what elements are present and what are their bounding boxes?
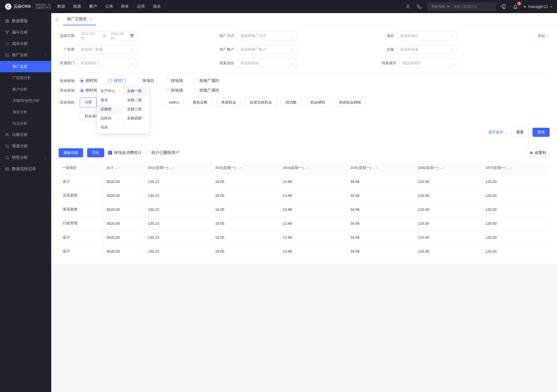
metric-revisit[interactable]: 回访数 bbox=[281, 98, 302, 107]
table-cell: 120.00 bbox=[482, 230, 550, 244]
user-icon[interactable] bbox=[405, 3, 411, 10]
project-select[interactable]: 请选择项目⌄ bbox=[397, 31, 457, 40]
sidebar-item-dashboard[interactable]: 数据看版 bbox=[0, 15, 51, 27]
cash-checkbox[interactable]: ✓按现金消费统计 bbox=[108, 150, 142, 155]
search-type-select[interactable]: 手机号码 bbox=[428, 4, 450, 9]
h-axis-region[interactable]: 按地域 bbox=[165, 78, 183, 83]
sidebar-item-promotion[interactable]: 推广分析⌃ bbox=[0, 49, 51, 61]
province-select[interactable]: 请选择省份⌄ bbox=[237, 59, 297, 68]
table-cell: 13.89 bbox=[279, 230, 347, 244]
search-box[interactable]: 手机号码 | bbox=[427, 2, 496, 11]
nav-ops[interactable]: 运营 bbox=[137, 4, 145, 9]
table-row[interactable]: 会计5620.00130.2318.0513.8934.56120.00120.… bbox=[59, 175, 550, 189]
search-input[interactable] bbox=[452, 5, 498, 9]
col-d6[interactable]: 3/07(星期一)▲▼ bbox=[482, 161, 550, 175]
settings-button[interactable]: ⚙设置列 bbox=[526, 148, 550, 157]
reset-button[interactable]: 重置 bbox=[511, 128, 529, 137]
v-axis-time[interactable]: 按时间 bbox=[80, 88, 97, 93]
cascade-item[interactable]: 采购四部 bbox=[124, 114, 150, 123]
table-row[interactable]: 行政管理5620.00130.2318.0513.8934.56120.0012… bbox=[59, 216, 550, 230]
mobile-icon[interactable] bbox=[501, 3, 507, 10]
hamburger-icon[interactable]: ☰ bbox=[51, 17, 63, 22]
table-panel: 横纵切换 导出 ✓按现金消费统计 统计已删除用户 ⚙设置列 一级项目 合计▲▼ … bbox=[51, 143, 557, 264]
dept-select[interactable]: 请选择部门⌄ bbox=[77, 59, 137, 68]
h-axis-dept[interactable]: 按部门 bbox=[108, 78, 126, 83]
nav-public[interactable]: 公海 bbox=[105, 4, 113, 9]
col-d3[interactable]: 3/04(星期一)▲▼ bbox=[279, 161, 347, 175]
phone-icon[interactable] bbox=[416, 3, 422, 10]
method-label: 推广方式 bbox=[218, 33, 234, 38]
date-range-input[interactable]: 2021-03-02 至 2021-03-16 📅 bbox=[77, 31, 137, 40]
col-d1[interactable]: 3/02(星期一)▲▼ bbox=[144, 161, 212, 175]
nav-signup[interactable]: 报名 bbox=[153, 4, 161, 9]
sidebar-item-sales[interactable]: 销售分析⌄ bbox=[0, 152, 51, 163]
logo[interactable]: C 云朵CRM 教育机构一站式服务云平台 bbox=[5, 3, 51, 10]
deleted-checkbox[interactable]: 统计已删除用户 bbox=[146, 150, 179, 155]
v-axis-attr[interactable]: 按推广属性 bbox=[194, 88, 219, 93]
sidebar-item-visitor[interactable]: 访客分析 bbox=[0, 129, 51, 141]
h-axis-time[interactable]: 按时间 bbox=[80, 78, 97, 83]
sidebar-item-cost[interactable]: 成本分析 bbox=[0, 38, 51, 49]
tab-overview[interactable]: 推广总预览 ✕ bbox=[63, 13, 96, 25]
account-select[interactable]: 请选择推广账户⌄ bbox=[237, 45, 297, 54]
collapse-link[interactable]: 收起⌄ bbox=[538, 33, 550, 38]
metric-invalid[interactable]: 反馈无效机会 bbox=[245, 98, 277, 107]
svg-rect-16 bbox=[6, 168, 9, 171]
nav-leads[interactable]: 线索 bbox=[73, 4, 81, 9]
expand-link[interactable]: 展开条件⌄ bbox=[488, 130, 507, 135]
h-axis-attr[interactable]: 按推广属性 bbox=[194, 78, 219, 83]
device-select[interactable]: 请选择设备⌄ bbox=[397, 45, 457, 54]
metric-arpu[interactable]: ARPU bbox=[164, 98, 184, 107]
sidebar-sub-advertiser[interactable]: 广告商分析 bbox=[0, 72, 51, 84]
advertiser-select[interactable]: 请选择广告商⌄ bbox=[77, 45, 137, 54]
toggle-button[interactable]: 横纵切换 bbox=[59, 148, 83, 157]
sidebar-sub-keyword[interactable]: 关键词/创意分析 bbox=[0, 95, 51, 106]
cascade-item[interactable]: 采购一部 bbox=[124, 86, 150, 96]
sidebar-sub-overview[interactable]: 推广总览 bbox=[0, 61, 51, 72]
query-button[interactable]: 查询 bbox=[533, 128, 550, 137]
cascade-item[interactable]: 采购二部 bbox=[124, 96, 150, 105]
nav-customers[interactable]: 客户 bbox=[89, 4, 97, 9]
metric-conv[interactable]: 机会销转 bbox=[306, 98, 330, 107]
nav-finance[interactable]: 财务 bbox=[121, 4, 129, 9]
city-select[interactable]: 请选择城市⌄ bbox=[399, 59, 459, 68]
sidebar-sub-site[interactable]: 站点分析 bbox=[0, 118, 51, 129]
table-cell: 5620.00 bbox=[103, 189, 144, 203]
table-cell: 130.23 bbox=[144, 203, 212, 216]
metric-spend[interactable]: 消费 bbox=[80, 98, 97, 107]
cascade-item[interactable]: 生产中心› bbox=[97, 86, 123, 96]
col-d2[interactable]: 3/03(星期一)▲▼ bbox=[212, 161, 279, 175]
col-total[interactable]: 合计▲▼ bbox=[103, 161, 144, 175]
cascade-item[interactable]: 采购三部 bbox=[124, 105, 150, 114]
table-row[interactable]: 英语老师5620.00130.2318.0513.8934.56120.0012… bbox=[59, 203, 550, 216]
sidebar-item-flow[interactable]: 数据流转记录 bbox=[0, 163, 51, 175]
table-cell: 5620.00 bbox=[103, 175, 144, 189]
export-button[interactable]: 导出 bbox=[87, 148, 104, 157]
v-axis-region[interactable]: 按地域 bbox=[165, 88, 183, 93]
table-row[interactable]: 汉语老师5620.00130.2318.0513.8934.56120.0012… bbox=[59, 189, 550, 203]
user-menu[interactable]: manager11 ▾ bbox=[524, 4, 552, 9]
method-select[interactable]: 请选择推广方式⌄ bbox=[237, 31, 297, 40]
metric-newopp[interactable]: 新机会数 bbox=[188, 98, 212, 107]
cascade-item[interactable]: 总经办› bbox=[97, 114, 123, 123]
table-row[interactable]: 会计5620.00130.2318.0513.8934.56120.00120.… bbox=[59, 244, 550, 258]
h-axis-project[interactable]: 按项目 bbox=[137, 78, 154, 83]
table-cell: 会计 bbox=[59, 244, 103, 258]
sidebar-sub-account[interactable]: 账户分析 bbox=[0, 84, 51, 95]
nav-data[interactable]: 数据 bbox=[57, 4, 65, 9]
table-row[interactable]: 会计5620.00130.2318.0513.8934.56120.00120.… bbox=[59, 230, 550, 244]
metric-validopp[interactable]: 有效机会 bbox=[216, 98, 241, 107]
sidebar-sub-project[interactable]: 项目分析 bbox=[0, 106, 51, 118]
close-icon[interactable]: ✕ bbox=[89, 17, 92, 21]
cascade-item[interactable]: 采购部› bbox=[97, 105, 123, 114]
bell-icon[interactable]: 5 bbox=[512, 3, 519, 10]
sidebar-item-funnel[interactable]: 漏斗分析 bbox=[0, 27, 51, 38]
sidebar-item-channel[interactable]: 渠道分析 bbox=[0, 141, 51, 152]
col-project[interactable]: 一级项目 bbox=[59, 161, 103, 175]
col-d5[interactable]: 3/06(星期一)▲▼ bbox=[414, 161, 482, 175]
cascade-item[interactable]: 仓库› bbox=[97, 123, 123, 132]
table-cell: 5620.00 bbox=[103, 203, 144, 216]
cascade-item[interactable]: 报关 bbox=[97, 96, 123, 105]
metric-validconv[interactable]: 有效机会销转 bbox=[334, 98, 366, 107]
col-d4[interactable]: 3/05(星期一)▲▼ bbox=[347, 161, 414, 175]
